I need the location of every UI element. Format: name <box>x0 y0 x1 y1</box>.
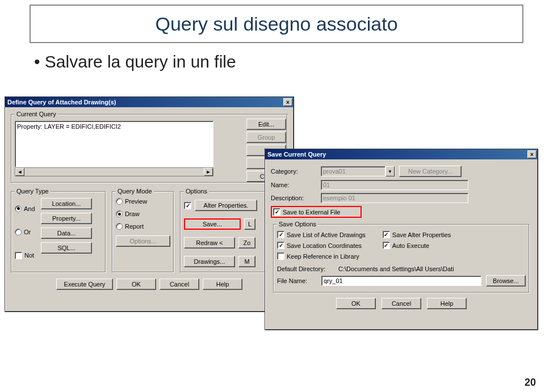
report-radio[interactable]: Report <box>116 223 170 230</box>
draw-radio[interactable]: Draw <box>116 210 170 217</box>
alter-checkbox[interactable]: ✓ <box>184 202 191 209</box>
cancel-button[interactable]: Cancel <box>160 279 199 290</box>
cancel-button[interactable]: Cancel <box>382 298 421 309</box>
new-category-button[interactable]: New Category... <box>399 166 462 177</box>
preview-radio[interactable]: Preview <box>116 198 170 205</box>
property-line: Property: LAYER = EDIFICI,EDIFICI2 <box>17 123 121 130</box>
scroll-left-icon[interactable]: ◄ <box>15 168 24 176</box>
query-mode-group: Query Mode Preview Draw Report Options..… <box>112 188 174 273</box>
save-coords-checkbox[interactable]: ✓Save Location Coordinates <box>277 242 366 249</box>
query-type-group: Query Type And Or Not Location... Proper… <box>11 188 106 273</box>
data-button[interactable]: Data... <box>41 227 92 239</box>
edit-button[interactable]: Edit... <box>246 119 286 130</box>
query-mode-legend: Query Mode <box>116 188 154 195</box>
page-number: 20 <box>525 377 536 389</box>
redraw-button[interactable]: Redraw < <box>184 237 235 248</box>
description-input[interactable]: esempio 01 <box>321 193 468 203</box>
drawings-button[interactable]: Drawings... <box>184 256 235 267</box>
scroll-right-icon[interactable]: ► <box>204 168 213 176</box>
save-options-group: Save Options ✓Save List of Active Drawin… <box>273 221 530 293</box>
ok-button[interactable]: OK <box>336 298 376 309</box>
name-input[interactable]: 01 <box>321 180 468 190</box>
page-title-text: Query sul disegno associato <box>155 13 397 35</box>
and-radio[interactable]: And <box>15 205 37 212</box>
more-button[interactable]: M <box>238 256 255 267</box>
default-dir-label: Default Directory: <box>277 265 334 272</box>
not-checkbox[interactable]: Not <box>15 252 37 259</box>
filename-input[interactable]: qry_01 <box>321 276 481 286</box>
auto-execute-checkbox[interactable]: ✓Auto Execute <box>383 242 451 249</box>
bullet-text: Salvare la query in un file <box>45 52 236 71</box>
dlg2-titlebar[interactable]: Save Current Query × <box>265 149 538 159</box>
sql-button[interactable]: SQL... <box>41 242 92 254</box>
or-radio[interactable]: Or <box>15 229 37 235</box>
description-label: Description: <box>271 195 316 201</box>
options-legend: Options <box>184 188 209 195</box>
save-list-checkbox[interactable]: ✓Save List of Active Drawings <box>277 231 366 238</box>
help-button[interactable]: Help <box>427 298 467 309</box>
name-label: Name: <box>271 182 316 188</box>
mode-options-button[interactable]: Options... <box>116 235 170 247</box>
current-query-listbox[interactable]: Property: LAYER = EDIFICI,EDIFICI2 <box>15 121 213 167</box>
dlg1-titlebar[interactable]: Define Query of Attached Drawing(s) × <box>5 97 294 107</box>
close-icon[interactable]: × <box>527 150 536 158</box>
default-dir-value: C:\Documents and Settings\All Users\Dati <box>338 265 526 272</box>
current-query-legend: Current Query <box>15 111 58 117</box>
filename-label: File Name: <box>277 277 317 284</box>
page-title: Query sul disegno associato <box>30 5 523 43</box>
group-button[interactable]: Group <box>246 132 286 143</box>
alter-properties-button[interactable]: Alter Properties. <box>195 200 257 211</box>
help-button[interactable]: Help <box>203 279 242 290</box>
keep-ref-checkbox[interactable]: Keep Reference in Library <box>277 252 366 260</box>
execute-query-button[interactable]: Execute Query <box>56 279 113 290</box>
dlg2-title-text: Save Current Query <box>267 151 527 158</box>
browse-button[interactable]: Browse... <box>486 275 526 286</box>
bullet-item: Salvare la query in un file <box>34 52 236 71</box>
category-label: Category: <box>271 168 316 175</box>
load-button[interactable]: L <box>244 218 255 230</box>
save-external-file-checkbox[interactable]: ✓ Save to External File <box>273 208 341 216</box>
listbox-scrollbar[interactable]: ◄ ► <box>15 167 213 176</box>
property-button[interactable]: Property... <box>41 213 92 224</box>
current-query-group: Current Query Property: LAYER = EDIFICI,… <box>11 111 288 183</box>
save-button[interactable]: Save... <box>184 218 241 230</box>
zoom-button[interactable]: Zo <box>238 237 255 248</box>
save-options-legend: Save Options <box>277 221 318 227</box>
close-icon[interactable]: × <box>283 98 292 106</box>
save-current-query-dialog: Save Current Query × Category: prova01 ▼… <box>265 149 538 330</box>
category-combobox[interactable]: prova01 <box>321 166 385 176</box>
ok-button[interactable]: OK <box>116 279 156 290</box>
chevron-down-icon[interactable]: ▼ <box>385 166 395 176</box>
location-button[interactable]: Location... <box>41 198 92 209</box>
define-query-dialog: Define Query of Attached Drawing(s) × Cu… <box>5 96 294 312</box>
save-alter-checkbox[interactable]: ✓Save Alter Properties <box>383 231 451 238</box>
dlg1-title-text: Define Query of Attached Drawing(s) <box>7 99 283 106</box>
query-type-legend: Query Type <box>15 188 51 195</box>
